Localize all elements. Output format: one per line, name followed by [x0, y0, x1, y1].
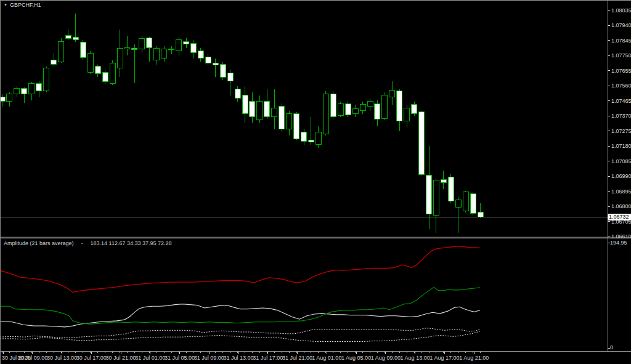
price-axis-label: 1.06895: [611, 188, 631, 195]
indicator-values-label: 183.14 112.67 34.33 37.95 72.28: [91, 240, 172, 246]
symbol-label: ▼GBPCHF,H1: [4, 2, 41, 8]
time-axis-separator: [0, 351, 631, 352]
indicator-header: Amplitude (21 bars average)-183.14 112.6…: [4, 240, 172, 246]
chevron-down-icon[interactable]: ▼: [4, 3, 7, 7]
white-line: [0, 304, 480, 327]
time-axis-label: 30 Jul 21:00: [106, 355, 136, 361]
green-line: [0, 287, 480, 324]
price-axis-label: 1.07465: [611, 98, 631, 104]
price-axis-label: 1.07845: [611, 38, 631, 44]
time-axis-label: 1 Aug 09:00: [371, 355, 401, 361]
indicator-scale-max-label: 194.95: [610, 240, 627, 246]
price-axis-label: 1.07655: [611, 68, 631, 74]
price-axis-label: 1.07180: [611, 143, 631, 149]
window-border-left: [0, 0, 1, 364]
symbol-timeframe-label: GBPCHF,H1: [10, 2, 41, 8]
dashed-upper-line: [0, 328, 480, 338]
time-axis-label: 31 Jul 21:00: [282, 355, 312, 361]
price-axis-label: 1.07275: [611, 128, 631, 134]
price-axis-label: 1.06800: [611, 203, 631, 209]
time-axis-label: 1 Aug 01:00: [312, 355, 341, 361]
pane-splitter[interactable]: [0, 238, 631, 239]
time-axis-ticks: [2, 352, 481, 354]
trading-terminal-chart-window: ▼GBPCHF,H1 Amplitude (21 bars average)-1…: [0, 0, 631, 364]
time-axis-label: 1 Aug 05:00: [341, 355, 371, 361]
candles-group: [0, 14, 483, 233]
dashed-lower-line: [0, 331, 480, 342]
time-axis-label: 1 Aug 21:00: [459, 355, 489, 361]
price-axis-label: 1.07085: [611, 158, 631, 164]
price-axis-label: 1.07940: [611, 22, 631, 28]
price-axis-label: 1.07370: [611, 113, 631, 119]
price-axis-label: 1.06990: [611, 173, 631, 179]
candlestick-chart-surface[interactable]: [0, 0, 631, 364]
time-axis-label: 31 Jul 13:00: [224, 355, 254, 361]
time-axis-label: 30 Jul 17:00: [76, 355, 107, 361]
price-axis-label: 1.08035: [611, 7, 631, 14]
price-axis-label: 1.06610: [611, 233, 631, 240]
indicator-name-label: Amplitude (21 bars average): [4, 240, 74, 246]
indicator-separator: -: [81, 240, 83, 246]
time-axis-label: 30 Jul 09:00: [17, 355, 47, 361]
time-axis-label: 31 Jul 05:00: [165, 355, 195, 361]
red-line: [0, 246, 480, 293]
indicator-lines-group: [0, 246, 480, 341]
time-axis-label: 30 Jul 13:00: [47, 355, 77, 361]
price-axis-ticks: [608, 0, 610, 351]
time-axis-label: 31 Jul 01:00: [135, 355, 165, 361]
price-axis-label: 1.07750: [611, 52, 631, 59]
time-axis-label: 31 Jul 17:00: [253, 355, 283, 361]
pane-splitter-shadow: [0, 237, 631, 238]
time-axis-label: 1 Aug 17:00: [429, 355, 459, 361]
time-axis-label: 31 Jul 09:00: [194, 355, 224, 361]
window-border-top: [0, 0, 631, 1]
indicator-scale-min-label: 0: [610, 344, 613, 350]
time-axis-label: 1 Aug 13:00: [401, 355, 430, 361]
price-axis-label: 1.07560: [611, 83, 631, 89]
current-price-badge: 1.06732: [608, 214, 631, 220]
